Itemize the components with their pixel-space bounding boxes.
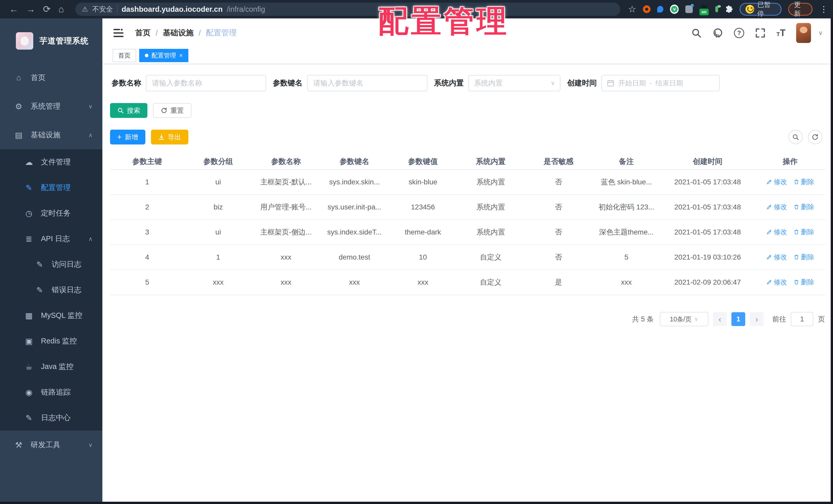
edit-button[interactable]: 修改: [766, 278, 787, 287]
log-center-icon: ✎: [23, 413, 35, 423]
browser-menu-icon[interactable]: ⋮: [820, 4, 828, 14]
sidebar-item-job[interactable]: ◷定时任务: [0, 200, 102, 226]
table-toolbar: + 新增 导出: [110, 130, 825, 145]
toggle-search-button[interactable]: [788, 130, 803, 144]
export-button[interactable]: 导出: [151, 130, 188, 145]
refresh-table-button[interactable]: [808, 130, 822, 144]
close-icon[interactable]: ×: [179, 52, 183, 58]
sidebar-item-mysql[interactable]: ▦MySQL 监控: [0, 303, 102, 328]
cell-sensitive: 否: [525, 220, 592, 245]
sidebar-item-label: 链路追踪: [41, 387, 71, 397]
sidebar-item-label: 日志中心: [41, 413, 71, 423]
date-range-picker[interactable]: 开始日期 - 结束日期: [601, 75, 720, 91]
cell-actions: 修改删除: [755, 170, 825, 195]
sidebar-item-api-log[interactable]: ≣API 日志∧: [0, 226, 102, 252]
column-header-1: 参数分组: [184, 154, 252, 170]
reload-icon[interactable]: ⟳: [43, 5, 51, 14]
hamburger-icon[interactable]: [113, 27, 124, 39]
avatar-caret-icon[interactable]: ∨: [818, 29, 823, 36]
start-date-placeholder: 开始日期: [618, 78, 646, 88]
update-button[interactable]: 更新: [788, 3, 812, 16]
on-badge: on: [699, 9, 709, 15]
sidebar-item-config[interactable]: ✎配置管理: [0, 175, 102, 200]
goto-page-input[interactable]: [791, 312, 813, 326]
sidebar-item-system[interactable]: ⚙系统管理∨: [0, 92, 102, 121]
sidebar-item-file[interactable]: ☁文件管理: [0, 149, 102, 175]
mysql-icon: ▦: [23, 311, 35, 320]
magnifier-icon: [792, 133, 799, 141]
fullscreen-icon[interactable]: [755, 28, 766, 39]
edit-button[interactable]: 修改: [766, 253, 787, 261]
edit-button[interactable]: 修改: [766, 203, 787, 211]
next-page-button[interactable]: ›: [750, 312, 764, 326]
sidebar-item-home[interactable]: ⌂首页: [0, 64, 102, 92]
sidebar-logo[interactable]: 芋道管理系统: [0, 19, 102, 64]
chevron-down-icon: ∨: [88, 442, 93, 449]
extension-vue-icon[interactable]: v: [670, 5, 679, 14]
tag-0[interactable]: 首页: [113, 49, 136, 62]
page-content: 参数名称 参数键名 系统内置 系统内置 ∨ 创建时间 开始日期 -: [102, 64, 833, 504]
cell-key: xxx: [320, 270, 389, 295]
forward-icon[interactable]: →: [26, 5, 35, 14]
reset-button[interactable]: 重置: [153, 103, 191, 118]
help-icon[interactable]: ?: [734, 28, 744, 38]
delete-button[interactable]: 删除: [793, 203, 814, 211]
cell-id: 1: [110, 170, 184, 195]
sidebar-item-error-log[interactable]: ✎错误日志: [0, 277, 102, 303]
search-icon[interactable]: [691, 28, 702, 39]
home-icon[interactable]: ⌂: [58, 5, 64, 14]
edit-button[interactable]: 修改: [766, 177, 787, 186]
param-key-input[interactable]: [307, 75, 427, 91]
sidebar-menu: ⌂首页⚙系统管理∨▤基础设施∧☁文件管理✎配置管理◷定时任务≣API 日志∧✎访…: [0, 64, 102, 459]
sidebar-item-label: 配置管理: [41, 182, 71, 193]
edit-button[interactable]: 修改: [766, 228, 787, 236]
add-button[interactable]: + 新增: [110, 130, 145, 145]
paused-extension-button[interactable]: 已暂停: [740, 3, 781, 16]
extension-translate-icon[interactable]: [685, 5, 692, 13]
infra-icon: ▤: [13, 130, 25, 140]
tag-active-dot: [145, 54, 148, 57]
delete-button[interactable]: 删除: [793, 253, 814, 261]
system-type-select[interactable]: 系统内置 ∨: [468, 75, 561, 91]
table-row: 1ui主框架页-默认...sys.index.skin...skin-blue系…: [110, 170, 825, 195]
sidebar-item-dev-tools[interactable]: ⚒研发工具∨: [0, 431, 102, 459]
sidebar-item-label: 研发工具: [31, 440, 61, 450]
bookmark-star-icon[interactable]: ☆: [628, 4, 636, 15]
browser-chrome: ← → ⟳ ⌂ ⚠ 不安全 dashboard.yudao.iocoder.cn…: [0, 0, 833, 19]
page-size-select[interactable]: 10条/页 ∨: [660, 312, 708, 326]
table-row: 5xxxxxxxxxxxx自定义是xxx2021-02-09 20:06:47修…: [110, 270, 825, 295]
extensions-puzzle-icon[interactable]: [725, 5, 733, 14]
cell-type: 自定义: [457, 270, 525, 295]
delete-button[interactable]: 删除: [793, 228, 814, 236]
delete-button[interactable]: 删除: [793, 177, 814, 186]
search-button[interactable]: 搜索: [110, 103, 147, 118]
extension-donut-icon[interactable]: [643, 5, 650, 13]
github-icon[interactable]: [712, 28, 723, 39]
extension-on-icon[interactable]: on: [699, 5, 709, 15]
breadcrumb-current: 配置管理: [206, 28, 237, 38]
cell-id: 4: [110, 245, 184, 270]
sidebar-item-java[interactable]: ☕Java 监控: [0, 354, 102, 379]
sidebar-item-access-log[interactable]: ✎访问日志: [0, 252, 102, 277]
sidebar-item-trace[interactable]: ◉链路追踪: [0, 379, 102, 405]
delete-button[interactable]: 删除: [793, 278, 814, 287]
trace-icon: ◉: [23, 388, 35, 397]
address-bar[interactable]: ⚠ 不安全 dashboard.yudao.iocoder.cn /infra/…: [75, 3, 620, 16]
prev-page-button[interactable]: ‹: [713, 312, 727, 326]
update-label: 更新: [794, 0, 807, 18]
user-avatar[interactable]: [796, 23, 811, 43]
tag-1[interactable]: 配置管理×: [139, 49, 188, 62]
breadcrumb-infra[interactable]: 基础设施: [163, 28, 193, 38]
sidebar-item-log-center[interactable]: ✎日志中心: [0, 405, 102, 431]
current-page-button[interactable]: 1: [731, 312, 745, 326]
sidebar-item-infra[interactable]: ▤基础设施∧: [0, 121, 102, 149]
extension-drop-icon[interactable]: [657, 6, 664, 12]
search-actions-row: 搜索 重置: [110, 103, 825, 118]
edit-icon: [766, 179, 772, 185]
sidebar-item-redis[interactable]: ▣Redis 监控: [0, 328, 102, 354]
back-icon[interactable]: ←: [9, 5, 19, 14]
extension-sprout-icon[interactable]: [715, 6, 718, 12]
param-name-input[interactable]: [146, 75, 266, 91]
breadcrumb-home[interactable]: 首页: [135, 28, 150, 38]
font-size-icon[interactable]: TT: [777, 28, 785, 37]
